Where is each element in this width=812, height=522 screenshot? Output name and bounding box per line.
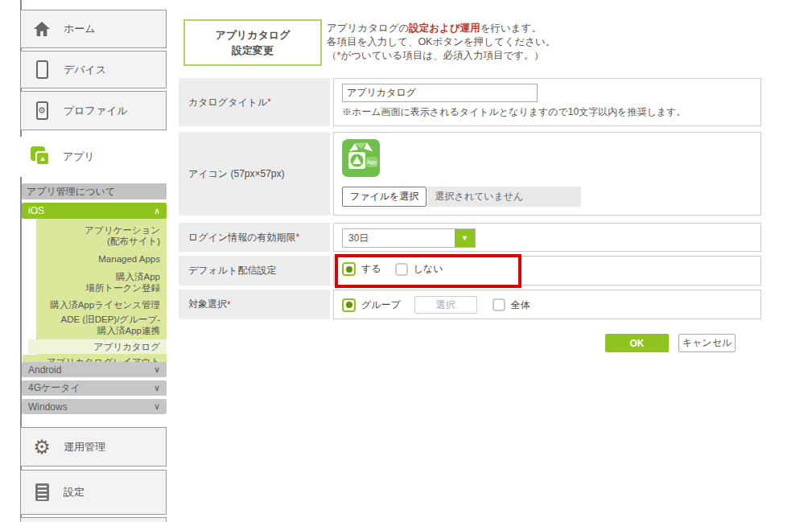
sidebar-item-label: プロファイル <box>64 104 128 118</box>
home-icon <box>31 18 52 39</box>
ios-section-label: iOS <box>28 205 44 216</box>
svg-text:App: App <box>367 159 377 166</box>
submenu-item-vpp-token[interactable]: 購入済App 場所トークン登録 <box>36 269 167 295</box>
chevron-down-icon: ∨ <box>154 364 160 375</box>
chevron-up-icon: ∧ <box>154 206 160 216</box>
cell-target-selection: グループ 選択 全体 <box>333 290 761 319</box>
sidebar-item-label: 設定 <box>64 485 84 499</box>
sidebar-item-app-management-about[interactable]: アプリ管理について <box>22 183 167 199</box>
sidebar-item-profile[interactable]: ⚙ プロファイル <box>20 91 167 130</box>
label-login-expiry: ログイン情報の有効期限* <box>179 223 330 252</box>
page-title-line2: 設定変更 <box>232 43 274 58</box>
submenu-item-managed-apps[interactable]: Managed Apps <box>36 252 167 266</box>
description-emphasis: 設定および運用 <box>409 23 480 34</box>
chevron-down-icon: ∨ <box>154 401 160 412</box>
dropdown-arrow-icon[interactable]: ▼ <box>455 229 475 247</box>
cell-login-expiry: 30日 ▼ <box>333 223 761 252</box>
sidebar-section-android[interactable]: Android ∨ <box>22 362 167 377</box>
app-management-about-label: アプリ管理について <box>27 185 115 199</box>
cancel-button[interactable]: キャンセル <box>678 334 736 352</box>
label-default-delivery: デフォルト配信設定 <box>179 256 330 286</box>
ok-button[interactable]: OK <box>605 334 669 352</box>
cell-catalog-title: ※ホーム画面に表示されるタイトルとなりますので10文字以内を推奨します。 <box>333 78 761 126</box>
sidebar-item-label: 運用管理 <box>64 440 105 454</box>
4g-keitai-section-label: 4Gケータイ <box>28 381 80 395</box>
sidebar-item-partial <box>20 517 167 522</box>
sidebar-item-apps[interactable]: ▲ アプリ <box>20 137 167 177</box>
android-section-label: Android <box>28 364 61 376</box>
delivery-yes-radio[interactable] <box>342 262 356 276</box>
target-group-label: グループ <box>361 298 401 312</box>
device-icon <box>31 60 52 80</box>
required-asterisk: * <box>295 232 299 243</box>
apps-icon: ▲ <box>31 146 52 167</box>
catalog-title-note: ※ホーム画面に表示されるタイトルとなりますので10文字以内を推奨します。 <box>342 105 752 119</box>
sidebar-section-ios[interactable]: iOS ∧ <box>22 203 167 219</box>
page-title-line1: アプリカタログ <box>215 27 290 43</box>
sidebar-item-operations[interactable]: ⚙ 運用管理 <box>20 427 167 467</box>
submenu-item-ade-group-link[interactable]: ADE (旧DEP)/グループ- 購入済App連携 <box>36 312 167 338</box>
sidebar-item-home[interactable]: ホーム <box>20 10 167 48</box>
sidebar-section-4g-keitai[interactable]: 4Gケータイ ∨ <box>22 380 167 396</box>
submenu-item-application-dist-site[interactable]: アプリケーション (配布サイト) <box>36 223 167 249</box>
app-catalog-icon: App <box>342 139 380 177</box>
page-description: アプリカタログの設定および運用を行います。 各項目を入力して、OKボタンを押して… <box>327 22 555 63</box>
required-asterisk: * <box>227 299 231 310</box>
label-catalog-title: カタログタイトル* <box>179 78 330 126</box>
target-all-checkbox[interactable] <box>493 298 505 311</box>
sidebar-item-settings[interactable]: 設定 <box>20 470 167 515</box>
profile-icon: ⚙ <box>31 101 52 121</box>
required-asterisk: * <box>267 97 271 108</box>
group-select-button[interactable]: 選択 <box>414 296 477 314</box>
cell-default-delivery: する しない <box>333 256 761 286</box>
sidebar-item-label: デバイス <box>64 63 106 77</box>
sidebar-item-device[interactable]: デバイス <box>20 51 167 88</box>
target-all-label: 全体 <box>511 298 530 312</box>
file-input: ファイルを選択 選択されていません <box>342 187 752 207</box>
label-icon: アイコン (57px×57px) <box>179 132 330 216</box>
target-group-radio[interactable] <box>342 298 356 312</box>
submenu-item-vpp-license[interactable]: 購入済Appライセンス管理 <box>36 298 167 312</box>
delivery-no-radio[interactable] <box>395 263 408 276</box>
operations-gear-icon: ⚙ <box>31 437 52 458</box>
catalog-title-input[interactable] <box>342 84 538 102</box>
app-catalog-settings-page: ホーム デバイス ⚙ プロファイル ▲ アプリ アプリ管理について iOS ∧ … <box>0 0 812 522</box>
sidebar-section-windows[interactable]: Windows ∨ <box>22 399 167 414</box>
file-status-text: 選択されていません <box>427 187 581 207</box>
login-expiry-select[interactable]: 30日 ▼ <box>342 228 476 248</box>
cell-icon: App ファイルを選択 選択されていません <box>333 132 761 216</box>
page-title: アプリカタログ 設定変更 <box>183 19 322 66</box>
settings-doc-icon <box>31 482 52 503</box>
windows-section-label: Windows <box>28 401 68 413</box>
delivery-no-label: しない <box>414 262 443 276</box>
file-select-button[interactable]: ファイルを選択 <box>342 187 427 207</box>
ios-submenu: アプリケーション (配布サイト) Managed Apps 購入済App 場所ト… <box>36 219 167 372</box>
sidebar-item-label: アプリ <box>63 150 95 164</box>
sidebar-item-label: ホーム <box>64 22 96 36</box>
submenu-item-app-catalog[interactable]: アプリカタログ <box>28 339 167 354</box>
login-expiry-value: 30日 <box>343 232 369 245</box>
chevron-down-icon: ∨ <box>154 383 160 393</box>
label-target-selection: 対象選択* <box>179 290 330 319</box>
delivery-yes-label: する <box>361 262 381 276</box>
